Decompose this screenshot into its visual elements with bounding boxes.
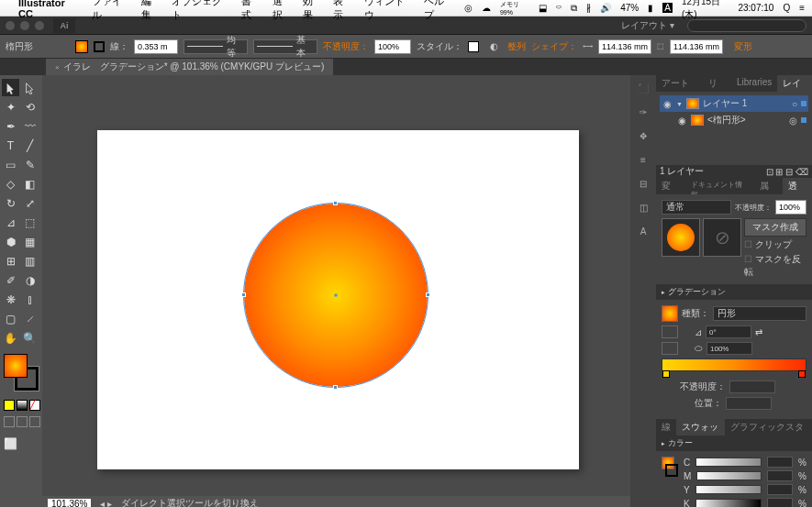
anchor-right[interactable] [426, 292, 430, 297]
center-point[interactable] [335, 294, 338, 297]
reverse-icon[interactable]: ⇄ [755, 327, 762, 337]
paintbrush-tool[interactable]: ✎ [21, 156, 39, 173]
volume-icon[interactable]: 🔊 [600, 3, 611, 13]
shape-builder-tool[interactable]: ⬢ [2, 233, 19, 250]
none-mode-icon[interactable]: ╱ [29, 400, 40, 411]
pen-tool[interactable]: ✒ [2, 117, 19, 135]
artboard-tool[interactable]: ▢ [2, 310, 19, 327]
y-value[interactable] [767, 484, 793, 495]
menu-file[interactable]: ファイル [92, 0, 131, 22]
zoom-dropdown[interactable]: 101.36% [48, 499, 91, 508]
canvas-area[interactable]: 101.36% ◂ ▸ ダイレクト選択ツールを切り換え [42, 75, 630, 507]
close-tab-icon[interactable]: × [55, 63, 60, 72]
target-icon[interactable]: ○ [792, 99, 797, 109]
menu-select[interactable]: 選択 [273, 0, 292, 22]
free-transform-tool[interactable]: ⬚ [21, 214, 39, 231]
gradient-mode-icon[interactable] [17, 400, 28, 411]
status-icon[interactable]: ◎ [464, 3, 473, 13]
menu-effect[interactable]: 効果 [303, 0, 322, 22]
gradient-slider[interactable] [662, 358, 806, 371]
color-guide-icon[interactable]: ⬛ [636, 81, 651, 95]
mask-preview[interactable]: ⊘ [703, 218, 741, 257]
gradient-tool[interactable]: ▥ [21, 252, 39, 270]
aspect-icon[interactable] [662, 342, 678, 355]
spotlight-icon[interactable]: Q [783, 3, 790, 13]
type-panel-icon[interactable]: A [636, 224, 651, 238]
dropbox-icon[interactable]: ⬓ [539, 3, 547, 13]
minimize-window-button[interactable] [20, 21, 29, 30]
cloud-icon[interactable]: ☁ [482, 3, 491, 13]
k-value[interactable] [767, 498, 793, 507]
close-window-button[interactable] [6, 21, 15, 30]
draw-normal-icon[interactable] [4, 416, 15, 427]
curvature-tool[interactable]: 〰 [21, 117, 39, 135]
menu-object[interactable]: オブジェクト [172, 0, 230, 22]
target-icon[interactable]: ◎ [789, 116, 797, 126]
clock-date[interactable]: 12月15日(木) [682, 0, 729, 21]
bluetooth-icon[interactable]: ⧉ [571, 3, 577, 14]
tab-stroke[interactable]: 線 [656, 419, 676, 435]
expand-icon[interactable]: ▼ [676, 101, 683, 107]
link-wh-icon[interactable]: ⬚ [657, 42, 664, 50]
ratio-input[interactable] [706, 342, 752, 355]
height-input[interactable] [670, 39, 723, 54]
transform-label[interactable]: 変形 [734, 40, 752, 53]
artboard-nav[interactable]: ◂ ▸ [100, 499, 112, 508]
ime-icon[interactable]: A [662, 3, 673, 13]
menu-view[interactable]: 表示 [333, 0, 352, 22]
y-slider[interactable] [695, 485, 762, 494]
symbol-sprayer-tool[interactable]: ❋ [2, 291, 19, 308]
shape-button[interactable]: シェイプ： [531, 40, 577, 53]
color-mode-icon[interactable] [4, 400, 15, 411]
tab-swatches[interactable]: スウォッチ [676, 419, 725, 435]
width-input[interactable] [598, 39, 651, 54]
stroke-indicator[interactable] [665, 464, 678, 477]
clip-checkbox[interactable]: ☐ クリップ [744, 238, 806, 251]
gradient-type-dropdown[interactable]: 円形 [713, 306, 806, 321]
clock-time[interactable]: 23:07:10 [738, 3, 773, 13]
document-tab[interactable]: × イラレ グラデーション* @ 101.36% (CMYK/GPU プレビュー… [46, 59, 333, 75]
menu-edit[interactable]: 編集 [141, 0, 161, 22]
rotate-tool[interactable]: ↻ [2, 194, 19, 212]
recolor-icon[interactable]: ◐ [490, 41, 498, 51]
type-tool[interactable]: T [2, 137, 19, 154]
tab-transform[interactable]: 変形 [656, 178, 685, 194]
tab-artboards[interactable]: アートボード [656, 75, 703, 92]
rectangle-tool[interactable]: ▭ [2, 156, 19, 173]
style-swatch[interactable] [468, 41, 479, 52]
symbols-icon[interactable]: ✥ [636, 128, 651, 143]
shape-name[interactable]: <楕円形> [707, 114, 746, 127]
layout-dropdown[interactable]: レイアウト ▾ [621, 19, 674, 32]
menu-type[interactable]: 書式 [241, 0, 261, 22]
layer-row-1[interactable]: ◉ ▼ レイヤー 1 ○ [660, 95, 808, 112]
c-value[interactable] [767, 457, 793, 468]
selection-tool[interactable] [2, 79, 19, 96]
opacity-label[interactable]: 不透明度： [323, 40, 369, 53]
stroke-width-input[interactable] [134, 39, 178, 54]
gradient-stop-1[interactable] [662, 370, 670, 378]
visibility-icon[interactable]: ◉ [662, 99, 673, 109]
layer-row-shape[interactable]: ◉ <楕円形> ◎ [660, 112, 808, 128]
tab-transparency[interactable]: 透明 [783, 178, 812, 194]
k-slider[interactable] [695, 499, 762, 507]
tab-graphic-styles[interactable]: グラフィックスタイル [725, 419, 812, 435]
fill-swatch[interactable] [75, 40, 88, 53]
stroke-swatch[interactable] [94, 41, 105, 52]
stroke-profile-dropdown[interactable]: 均等 [184, 39, 248, 54]
maximize-window-button[interactable] [35, 21, 44, 30]
stop-opacity-input[interactable] [729, 380, 775, 393]
app-name[interactable]: Illustrator CC [18, 0, 81, 19]
opacity-input[interactable] [775, 200, 806, 215]
perspective-tool[interactable]: ▦ [21, 233, 39, 250]
bt-icon[interactable]: ∦ [586, 3, 591, 13]
pathfinder-icon[interactable]: ◫ [636, 200, 651, 215]
tab-libraries[interactable]: Libraries [731, 75, 777, 92]
m-slider[interactable] [696, 471, 762, 480]
anchor-top[interactable] [333, 201, 338, 205]
angle-input[interactable] [706, 325, 751, 338]
color-panel-header[interactable]: カラー [656, 435, 812, 451]
tab-attributes[interactable]: 属性 [754, 178, 784, 194]
battery-pct[interactable]: 47% [620, 3, 639, 13]
eraser-tool[interactable]: ◧ [21, 175, 39, 193]
m-value[interactable] [767, 470, 793, 481]
